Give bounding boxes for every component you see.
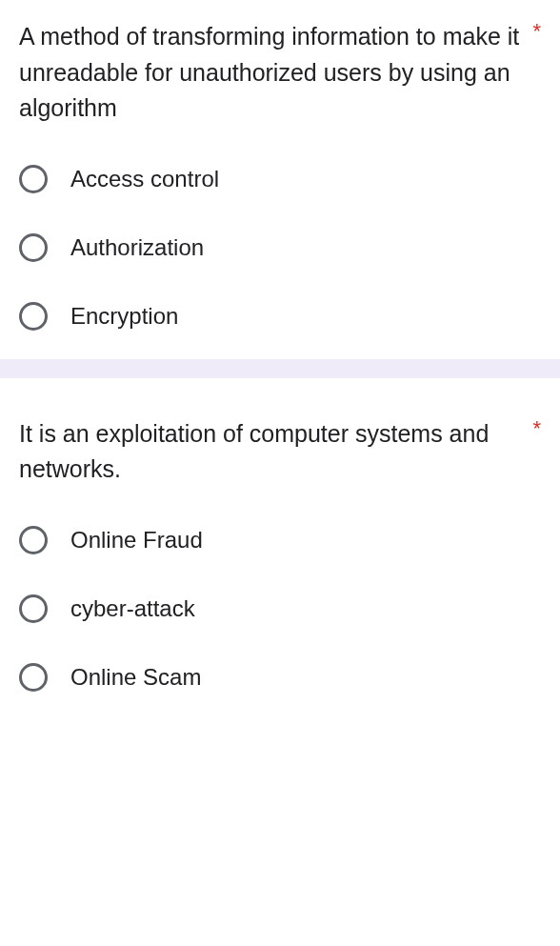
required-indicator: * — [532, 416, 541, 441]
radio-icon — [19, 594, 48, 623]
radio-option-access-control[interactable]: Access control — [19, 165, 541, 193]
radio-option-encryption[interactable]: Encryption — [19, 302, 541, 331]
radio-icon — [19, 663, 48, 692]
question-card-1: A method of transforming information to … — [0, 0, 560, 359]
required-indicator: * — [532, 19, 541, 44]
radio-option-authorization[interactable]: Authorization — [19, 233, 541, 262]
options-group: Online Fraud cyber-attack Online Scam — [19, 526, 541, 692]
option-label: Encryption — [70, 303, 178, 330]
radio-option-online-fraud[interactable]: Online Fraud — [19, 526, 541, 554]
option-label: Access control — [70, 166, 219, 192]
option-label: Online Scam — [70, 664, 201, 691]
option-label: Online Fraud — [70, 527, 203, 554]
radio-option-online-scam[interactable]: Online Scam — [19, 663, 541, 692]
radio-icon — [19, 526, 48, 554]
radio-icon — [19, 165, 48, 193]
question-text: A method of transforming information to … — [19, 19, 523, 127]
question-text: It is an exploitation of computer system… — [19, 416, 523, 488]
question-separator — [0, 359, 560, 378]
radio-icon — [19, 302, 48, 331]
options-group: Access control Authorization Encryption — [19, 165, 541, 331]
question-card-2: It is an exploitation of computer system… — [0, 378, 560, 720]
option-label: cyber-attack — [70, 595, 195, 622]
option-label: Authorization — [70, 234, 204, 261]
radio-icon — [19, 233, 48, 262]
question-header: A method of transforming information to … — [19, 19, 541, 127]
question-header: It is an exploitation of computer system… — [19, 416, 541, 488]
radio-option-cyber-attack[interactable]: cyber-attack — [19, 594, 541, 623]
